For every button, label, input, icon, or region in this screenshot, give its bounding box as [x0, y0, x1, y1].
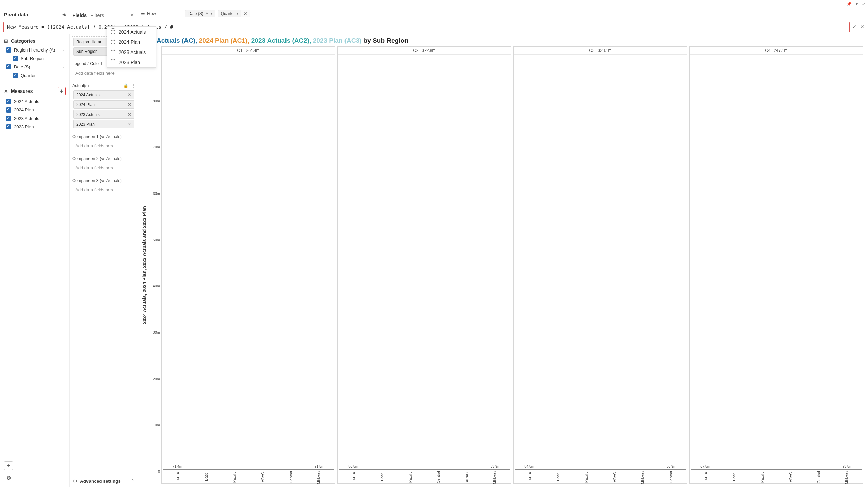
- add-button[interactable]: +: [4, 461, 13, 470]
- comp2-title: Comparison 2 (vs Actuals): [72, 155, 136, 162]
- remove-chip-icon[interactable]: ✕: [125, 112, 131, 117]
- category-quarter[interactable]: Quarter: [4, 71, 66, 80]
- checkbox-icon[interactable]: [6, 116, 11, 121]
- categories-header: ⊞ Categories: [4, 36, 66, 46]
- y-axis-label: 2024 Actuals, 2024 Plan, 2023 Actuals an…: [140, 46, 149, 484]
- checkbox-icon[interactable]: [6, 99, 11, 104]
- field-chip[interactable]: 2024 Plan✕: [73, 100, 134, 109]
- settings-tool-icon[interactable]: ⚙: [4, 473, 13, 482]
- x-axis-label: Midwest: [305, 470, 333, 483]
- value-label: 67.8m: [700, 464, 710, 468]
- chevron-down-icon[interactable]: ▾: [211, 12, 212, 15]
- comp1-well[interactable]: Add data fields here: [72, 140, 136, 152]
- filter-icon[interactable]: ▾: [856, 2, 858, 6]
- chart-panel: Q2 : 322.8m86.8m33.9mEMEAEastPacificCent…: [337, 46, 511, 484]
- x-axis-label: APAC: [600, 470, 629, 483]
- x-axis-label: Midwest: [629, 470, 657, 483]
- measure-item[interactable]: 2024 Plan: [4, 106, 66, 114]
- checkbox-icon[interactable]: [6, 64, 11, 69]
- autocomplete-item[interactable]: 2023 Plan: [107, 57, 156, 67]
- actuals-well-title: Actual(s) 🔒⋮: [72, 82, 136, 89]
- row-shelf-label: ☰ Row: [141, 11, 156, 16]
- well-region-hierarchy: Region Hierar: [76, 40, 101, 44]
- expand-icon[interactable]: ⤢: [862, 2, 865, 6]
- remove-chip-icon[interactable]: ✕: [125, 122, 131, 127]
- x-axis-label: East: [544, 470, 572, 483]
- x-axis-label: East: [368, 470, 396, 483]
- pill-quarter[interactable]: Quarter ▾: [218, 10, 242, 17]
- x-axis-label: Central: [657, 470, 685, 483]
- formula-autocomplete[interactable]: 2024 Actuals2024 Plan2023 Actuals2023 Pl…: [107, 26, 156, 68]
- category-region-hierarchy[interactable]: Region Hierarchy (A) ⌄: [4, 46, 66, 54]
- x-axis-label: Pacific: [220, 470, 248, 483]
- x-axis-label: East: [192, 470, 220, 483]
- x-axis-label: Pacific: [572, 470, 600, 483]
- autocomplete-item[interactable]: 2024 Plan: [107, 37, 156, 47]
- actuals-well[interactable]: 2024 Actuals✕2024 Plan✕2023 Actuals✕2023…: [72, 89, 136, 130]
- y-axis-ticks: 010m20m30m40m50m60m70m80m: [149, 46, 161, 484]
- close-pill-icon[interactable]: ✕: [241, 10, 250, 17]
- x-axis-label: Central: [805, 470, 833, 483]
- chevron-up-icon: ⌃: [131, 478, 135, 484]
- autocomplete-item[interactable]: 2024 Actuals: [107, 27, 156, 37]
- checkbox-icon[interactable]: [13, 73, 18, 78]
- remove-chip-icon[interactable]: ✕: [125, 102, 131, 107]
- tab-filters[interactable]: Filters: [90, 12, 104, 18]
- chevron-down-icon[interactable]: ⌄: [62, 48, 65, 52]
- legend-well[interactable]: Add data fields here: [72, 67, 136, 79]
- autocomplete-item[interactable]: 2023 Actuals: [107, 47, 156, 57]
- measure-item[interactable]: 2024 Actuals: [4, 97, 66, 106]
- x-axis-label: APAC: [776, 470, 805, 483]
- checkbox-icon[interactable]: [6, 107, 11, 113]
- value-label: 86.8m: [348, 464, 358, 468]
- hierarchy-icon: ⊞: [4, 38, 8, 44]
- x-axis-label: EMEA: [164, 470, 192, 483]
- comp3-title: Comparison 3 (vs Actuals): [72, 177, 136, 184]
- collapse-left-icon[interactable]: ≪: [62, 12, 67, 17]
- database-icon: [111, 60, 115, 64]
- comp2-well[interactable]: Add data fields here: [72, 162, 136, 174]
- pin-icon[interactable]: 📌: [847, 2, 852, 6]
- measure-item[interactable]: 2023 Plan: [4, 123, 66, 131]
- pill-date[interactable]: Date (S) ✕ ▾: [185, 10, 215, 17]
- more-icon[interactable]: ⋮: [131, 83, 135, 88]
- comp3-well[interactable]: Add data fields here: [72, 184, 136, 196]
- chart-panel: Q1 : 264.4m71.4m21.5mEMEAEastPacificAPAC…: [161, 46, 335, 484]
- close-fields-panel-icon[interactable]: ✕: [128, 12, 136, 18]
- chart-title: Actuals (AC), 2024 Plan (AC1), 2023 Actu…: [140, 36, 863, 46]
- add-measure-button[interactable]: +: [58, 87, 66, 95]
- measure-item[interactable]: 2023 Actuals: [4, 114, 66, 123]
- field-chip[interactable]: 2023 Actuals✕: [73, 110, 134, 119]
- x-axis-label: APAC: [453, 470, 481, 483]
- x-axis-label: East: [720, 470, 748, 483]
- chevron-down-icon[interactable]: ⌄: [62, 65, 65, 69]
- tab-fields[interactable]: Fields: [72, 12, 87, 18]
- database-icon: [111, 30, 115, 34]
- list-icon: ☰: [141, 11, 145, 16]
- x-axis-label: EMEA: [692, 470, 720, 483]
- chart-panel: Q4 : 247.1m67.8m23.8mEMEAEastPacificAPAC…: [689, 46, 863, 484]
- category-sub-region[interactable]: Sub Region: [4, 54, 66, 63]
- field-chip[interactable]: 2024 Actuals✕: [73, 90, 134, 99]
- confirm-formula-icon[interactable]: ✓: [852, 24, 857, 30]
- pivot-title: Pivot data: [4, 12, 28, 17]
- category-date[interactable]: Date (S) ⌄: [4, 63, 66, 71]
- checkbox-icon[interactable]: [6, 47, 11, 53]
- checkbox-icon[interactable]: [13, 56, 18, 61]
- checkbox-icon[interactable]: [6, 124, 11, 129]
- cancel-formula-icon[interactable]: ✕: [860, 24, 865, 30]
- remove-icon[interactable]: ✕: [205, 11, 209, 16]
- remove-chip-icon[interactable]: ✕: [125, 92, 131, 97]
- chart-panels: Q1 : 264.4m71.4m21.5mEMEAEastPacificAPAC…: [161, 46, 863, 484]
- x-axis-label: APAC: [249, 470, 277, 483]
- chevron-down-icon[interactable]: ▾: [237, 12, 238, 15]
- panel-title: Q1 : 264.4m: [162, 47, 335, 55]
- field-chip[interactable]: 2023 Plan✕: [73, 120, 134, 128]
- value-label: 36.9m: [666, 464, 676, 468]
- x-axis-label: Pacific: [396, 470, 424, 483]
- value-label: 71.4m: [172, 464, 182, 468]
- advanced-settings-button[interactable]: ⚙ Advanced settings ⌃: [72, 475, 136, 487]
- value-label: 84.8m: [524, 464, 534, 468]
- value-label: 23.8m: [842, 464, 852, 468]
- database-icon: [111, 40, 115, 44]
